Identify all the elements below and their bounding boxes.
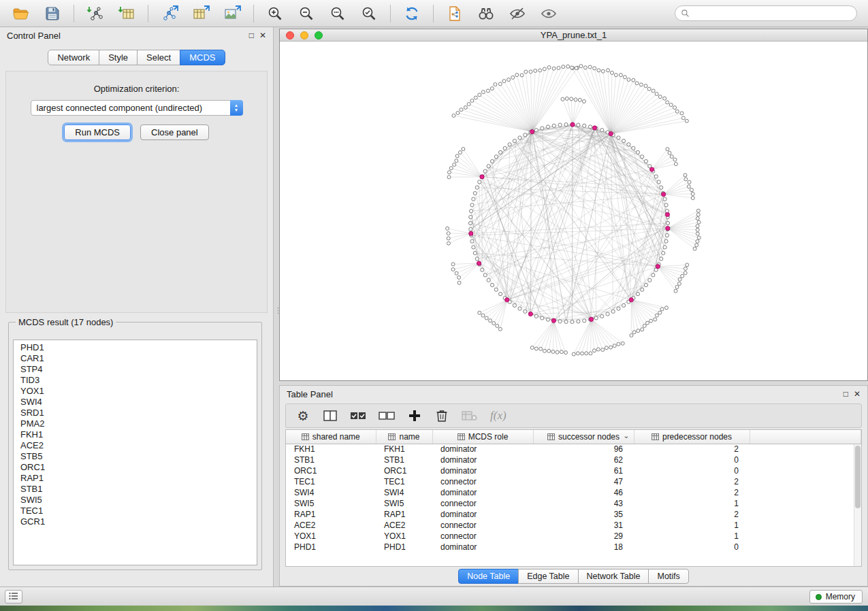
tab-select[interactable]: Select: [137, 50, 180, 65]
sort-chevron-icon[interactable]: ⌄: [623, 431, 629, 440]
tab-network-table[interactable]: Network Table: [578, 569, 649, 584]
column-header-successor-nodes[interactable]: successor nodes⌄: [533, 430, 634, 444]
import-network-button[interactable]: [81, 3, 110, 24]
mcds-result-item[interactable]: ORC1: [14, 462, 257, 473]
table-row[interactable]: ORC1ORC1dominator610: [286, 465, 861, 476]
column-header-mcds-role[interactable]: MCDS role: [432, 430, 533, 444]
zoom-selected-button[interactable]: [355, 3, 383, 24]
node-table-body: FKH1FKH1dominator962STB1STB1dominator620…: [286, 444, 861, 552]
close-mcds-panel-button[interactable]: Close panel: [140, 125, 209, 140]
table-toolbar: ⚙ f(x): [285, 403, 862, 428]
import-table-button[interactable]: [112, 3, 141, 24]
float-table-panel-icon[interactable]: □: [843, 390, 848, 398]
criterion-dropdown[interactable]: largest connected component (undirected)…: [31, 100, 243, 116]
status-bar: Memory: [0, 587, 868, 606]
delete-column-icon[interactable]: [434, 409, 449, 423]
mcds-result-item[interactable]: YOX1: [14, 386, 257, 397]
control-panel: Control Panel □ ✕ NetworkStyleSelectMCDS…: [0, 27, 274, 587]
table-row[interactable]: STB1STB1dominator620: [286, 455, 861, 465]
tab-mcds[interactable]: MCDS: [180, 50, 225, 65]
mcds-result-list[interactable]: PHD1CAR1STP4TID3YOX1SWI4SRD1PMA2FKH1ACE2…: [13, 340, 257, 565]
table-scrollbar-thumb[interactable]: [855, 446, 861, 508]
find-button[interactable]: [472, 3, 500, 24]
search-input[interactable]: [693, 9, 851, 18]
mcds-result-item[interactable]: PHD1: [14, 342, 257, 353]
mcds-result-item[interactable]: SWI4: [14, 397, 257, 408]
table-row[interactable]: PHD1PHD1dominator180: [286, 542, 861, 552]
close-panel-icon[interactable]: ✕: [259, 31, 266, 39]
table-row[interactable]: SWI4SWI4dominator462: [286, 487, 861, 498]
mcds-result-item[interactable]: ACE2: [14, 440, 257, 451]
export-table-button[interactable]: [187, 3, 215, 24]
tab-network[interactable]: Network: [48, 50, 99, 65]
memory-label: Memory: [826, 592, 855, 601]
function-builder-icon[interactable]: f(x): [490, 409, 507, 423]
close-table-panel-icon[interactable]: ✕: [854, 390, 861, 398]
refresh-layout-button[interactable]: [398, 3, 426, 24]
table-panel-titlebar: Table Panel □ ✕: [280, 386, 867, 402]
zoom-in-button[interactable]: [261, 3, 289, 24]
network-canvas[interactable]: [280, 42, 867, 380]
mcds-result-item[interactable]: SRD1: [14, 408, 257, 418]
memory-button[interactable]: Memory: [809, 590, 863, 604]
tab-edge-table[interactable]: Edge Table: [518, 569, 578, 584]
show-details-button[interactable]: [534, 3, 563, 24]
mcds-result-item[interactable]: SWI5: [14, 495, 257, 506]
zoom-fit-button[interactable]: [323, 3, 352, 24]
table-row[interactable]: FKH1FKH1dominator962: [286, 444, 861, 455]
mcds-result-item[interactable]: RAP1: [14, 473, 257, 484]
toolbar-separator: [253, 5, 254, 22]
export-network-icon: [161, 5, 178, 22]
zoom-out-button[interactable]: [292, 3, 321, 24]
column-header-name[interactable]: name: [376, 430, 432, 444]
table-settings-gear-icon[interactable]: ⚙: [295, 408, 310, 424]
table-row[interactable]: ACE2ACE2connector311: [286, 520, 861, 531]
mcds-result-item[interactable]: CAR1: [14, 353, 257, 364]
optimization-criterion-label: Optimization criterion:: [6, 84, 267, 94]
mcds-result-item[interactable]: PMA2: [14, 418, 257, 429]
tab-motifs[interactable]: Motifs: [648, 569, 688, 584]
hide-details-button[interactable]: [503, 3, 532, 24]
right-area: YPA_prune.txt_1 Table Panel □ ✕ ⚙: [279, 27, 868, 587]
column-header-predecessor-nodes[interactable]: predecessor nodes: [634, 430, 750, 444]
run-mcds-button[interactable]: Run MCDS: [64, 125, 131, 140]
eye-icon: [541, 5, 557, 22]
export-image-button[interactable]: [218, 3, 246, 24]
binoculars-icon: [477, 5, 495, 22]
dropdown-stepper-icon: ▲▼: [230, 100, 243, 116]
tab-style[interactable]: Style: [99, 50, 138, 65]
mcds-result-item[interactable]: FKH1: [14, 429, 257, 440]
panel-toggle-button[interactable]: [5, 590, 22, 604]
mcds-result-item[interactable]: STP4: [14, 364, 257, 375]
mcds-result-item[interactable]: GCR1: [14, 516, 257, 527]
mcds-result-item[interactable]: STB5: [14, 451, 257, 462]
open-session-button[interactable]: [7, 3, 35, 24]
table-row[interactable]: TEC1TEC1connector472: [286, 476, 861, 487]
column-header-shared-name[interactable]: shared name: [286, 430, 376, 444]
table-scrollbar[interactable]: [854, 444, 861, 566]
column-header-empty: [750, 430, 861, 444]
tab-node-table[interactable]: Node Table: [458, 569, 519, 584]
delete-table-icon[interactable]: [462, 410, 478, 422]
mcds-result-title: MCDS result (17 nodes): [16, 317, 116, 327]
select-all-rows-icon[interactable]: [350, 410, 366, 422]
table-row[interactable]: YOX1YOX1connector291: [286, 531, 861, 542]
deselect-all-rows-icon[interactable]: [379, 410, 395, 422]
share-document-button[interactable]: [440, 3, 469, 24]
add-column-icon[interactable]: [407, 409, 422, 423]
mcds-result-item[interactable]: TID3: [14, 375, 257, 386]
float-panel-icon[interactable]: □: [249, 31, 254, 39]
mcds-result-item[interactable]: TEC1: [14, 506, 257, 516]
table-row[interactable]: SWI5SWI5connector431: [286, 498, 861, 509]
save-session-button[interactable]: [38, 3, 67, 24]
export-network-button[interactable]: [155, 3, 184, 24]
import-network-icon: [86, 5, 104, 22]
table-panel-title: Table Panel: [287, 389, 333, 399]
table-panel: Table Panel □ ✕ ⚙ f(x): [279, 385, 868, 587]
table-row[interactable]: RAP1RAP1dominator352: [286, 509, 861, 520]
document-share-icon: [447, 5, 463, 22]
mcds-result-item[interactable]: STB1: [14, 484, 257, 495]
show-columns-icon[interactable]: [323, 410, 338, 422]
main-toolbar: [0, 0, 868, 27]
vertical-splitter[interactable]: [274, 27, 279, 587]
